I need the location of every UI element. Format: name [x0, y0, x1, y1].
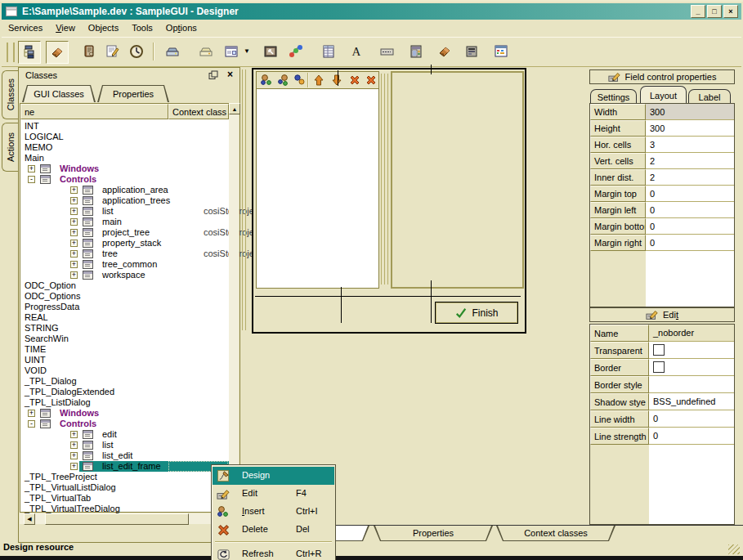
checkbox-unchecked[interactable]: [653, 344, 665, 356]
expander-expand-icon[interactable]: +: [70, 197, 78, 204]
form-window-toolbar-button[interactable]: [221, 41, 242, 62]
expander-expand-icon[interactable]: +: [70, 463, 78, 470]
tree-row-Controls[interactable]: -Controls: [20, 419, 230, 429]
tree-row-application_trees[interactable]: +application_trees: [20, 195, 230, 206]
property-value-border-style[interactable]: [649, 376, 734, 393]
design-splitter[interactable]: [384, 74, 385, 284]
property-value-margin-right[interactable]: 0: [646, 235, 734, 251]
design-grid-surface[interactable]: [391, 71, 524, 289]
tree-row-MEMO[interactable]: MEMO: [20, 142, 230, 153]
maximize-button[interactable]: □: [707, 5, 722, 18]
insert-balls2-button[interactable]: [276, 74, 289, 87]
property-value-width[interactable]: 300: [646, 104, 734, 120]
context-menu-delete[interactable]: DeleteDel: [213, 521, 334, 539]
scroll-left-button[interactable]: ◀: [24, 513, 35, 525]
tree-row-LOGICAL[interactable]: LOGICAL: [20, 132, 230, 142]
tree-row-STRING[interactable]: STRING: [20, 323, 230, 334]
tree-row-_TPL_TreeProject[interactable]: _TPL_TreeProject: [20, 472, 230, 482]
tree-row-Windows[interactable]: +Windows: [20, 408, 230, 419]
menu-objects[interactable]: Objects: [82, 21, 125, 34]
tree-row-VOID[interactable]: VOID: [20, 365, 230, 376]
delete-x-button[interactable]: [365, 74, 378, 87]
tree-row-UINT[interactable]: UINT: [20, 355, 230, 365]
server-toolbar-button[interactable]: [461, 41, 482, 62]
tree-row-property_stack[interactable]: +property_stack: [20, 238, 230, 249]
edit-doc-toolbar-button[interactable]: [102, 41, 123, 62]
tree-row-main[interactable]: +main: [20, 217, 230, 227]
tree-row-Windows[interactable]: +Windows: [20, 164, 230, 174]
design-splitter[interactable]: [387, 74, 388, 284]
close-button[interactable]: ×: [723, 5, 738, 18]
property-value-height[interactable]: 300: [646, 120, 734, 137]
property-value-transparent[interactable]: [649, 342, 734, 359]
property-value-border[interactable]: [649, 359, 734, 376]
tree-row-list[interactable]: +list: [20, 440, 230, 450]
expander-expand-icon[interactable]: +: [70, 208, 78, 215]
context-menu-insert[interactable]: InsertCtrl+I: [213, 503, 334, 521]
image-toolbar-button[interactable]: [260, 41, 281, 62]
tree-row-workspace[interactable]: +workspace: [20, 270, 230, 280]
property-value-shadow-stye[interactable]: BSS_undefined: [649, 393, 734, 410]
menu-options[interactable]: Options: [159, 21, 204, 34]
toolbar-grip-handle[interactable]: [7, 43, 15, 62]
eraser-toolbar-button[interactable]: [434, 41, 455, 62]
expander-expand-icon[interactable]: +: [70, 250, 78, 258]
property-value-margin-left[interactable]: 0: [646, 202, 734, 218]
delete-x-button[interactable]: [348, 74, 361, 87]
tree-row-TIME[interactable]: TIME: [20, 344, 230, 355]
horizontal-scrollbar[interactable]: ◀: [20, 513, 229, 524]
minimize-button[interactable]: _: [691, 5, 705, 18]
report-toolbar-button[interactable]: [405, 41, 427, 62]
design-field-list[interactable]: [256, 88, 379, 289]
insert-balls-button[interactable]: [260, 74, 273, 87]
property-value-margin-bottor[interactable]: 0: [646, 218, 734, 235]
vertical-scrollbar[interactable]: ▲: [229, 103, 239, 513]
property-value-name[interactable]: _noborder: [649, 325, 734, 342]
expander-expand-icon[interactable]: +: [70, 431, 78, 438]
mini-button-toolbar-button[interactable]: [377, 41, 398, 62]
tree-row-INT[interactable]: INT: [20, 121, 230, 132]
property-value-hor--cells[interactable]: 3: [646, 137, 734, 153]
side-tab-actions[interactable]: Actions: [2, 123, 19, 172]
context-menu-refresh[interactable]: RefreshCtrl+R: [213, 545, 334, 560]
tree-row-ODC_Options[interactable]: ODC_Options: [20, 291, 230, 302]
context-menu-design[interactable]: Design: [213, 467, 334, 485]
menu-services[interactable]: Services: [2, 21, 49, 34]
property-value-vert--cells[interactable]: 2: [646, 153, 734, 169]
tab-gui-classes[interactable]: GUI Classes: [22, 85, 96, 102]
expander-expand-icon[interactable]: +: [28, 165, 35, 172]
expander-expand-icon[interactable]: +: [70, 441, 78, 449]
bottom-tab-context-classes[interactable]: Context classes: [496, 526, 615, 541]
tree-row-Controls[interactable]: -Controls: [20, 174, 230, 185]
tree-row-SearchWin[interactable]: SearchWin: [20, 334, 230, 344]
context-menu-edit[interactable]: EditF4: [213, 485, 334, 503]
tree-row-ODC_Option[interactable]: ODC_Option: [20, 280, 230, 291]
menu-view[interactable]: View: [49, 21, 82, 34]
property-value-margin-top[interactable]: 0: [646, 186, 734, 202]
drive-light-toolbar-button[interactable]: [195, 41, 217, 62]
tree-row-list[interactable]: +listcosiStdProjec...: [20, 206, 230, 217]
tree-row-tree[interactable]: +treecosiStdProjec...: [20, 249, 230, 259]
hierarchy-toolbar-button[interactable]: [18, 41, 41, 64]
tree-row-_TPL_VirtualListDialog[interactable]: _TPL_VirtualListDialog: [20, 482, 230, 493]
font-toolbar-button[interactable]: A: [346, 41, 367, 62]
panel-splitter[interactable]: [242, 69, 243, 330]
horizontal-scroll-thumb[interactable]: [45, 513, 189, 525]
tree-row-_TPL_DialogExtended[interactable]: _TPL_DialogExtended: [20, 387, 230, 397]
property-value-line-strength[interactable]: 0: [649, 428, 734, 445]
bottom-tab-properties[interactable]: Properties: [374, 526, 493, 541]
expander-expand-icon[interactable]: +: [70, 240, 78, 247]
menu-tools[interactable]: Tools: [125, 21, 159, 34]
tree-row-project_tree[interactable]: +project_treecosiStdProjec...: [20, 227, 230, 238]
tree-row-application_area[interactable]: +application_area: [20, 185, 230, 195]
expander-expand-icon[interactable]: +: [70, 186, 78, 194]
links-toolbar-button[interactable]: [285, 41, 307, 62]
scroll-up-button[interactable]: ▲: [229, 103, 240, 114]
table-toolbar-button[interactable]: [318, 41, 339, 62]
finish-button[interactable]: Finish: [435, 302, 518, 324]
tree-row-list_edit[interactable]: +list_edit: [20, 450, 230, 461]
tree-row-tree_common[interactable]: +tree_common: [20, 259, 230, 270]
tab-label[interactable]: Label: [688, 89, 731, 104]
close-panel-icon[interactable]: ×: [227, 69, 233, 80]
expander-expand-icon[interactable]: +: [70, 229, 78, 236]
